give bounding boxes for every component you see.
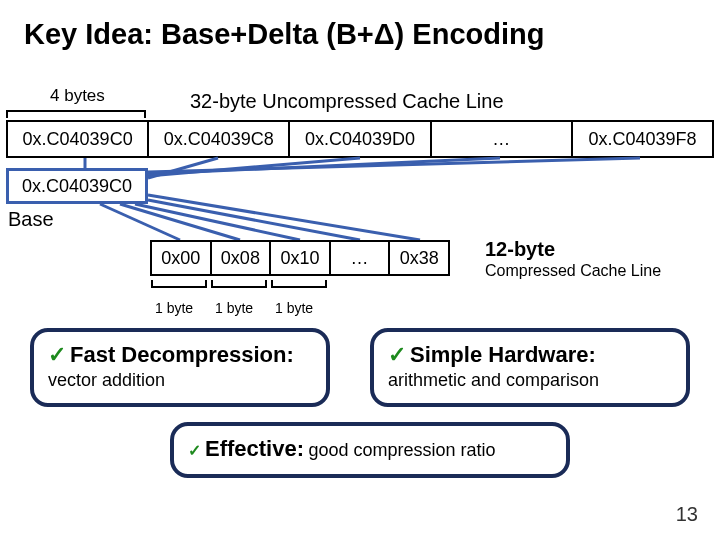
box-fast-decompression: ✓Fast Decompression: vector addition [30,328,330,407]
svg-line-9 [148,158,640,172]
label-1-byte: 1 byte [215,300,253,316]
bracket-1-byte [271,280,327,288]
uncompressed-cell: 0x.C04039C0 [8,122,149,156]
label-1-byte: 1 byte [275,300,313,316]
delta-row: 0x00 0x08 0x10 … 0x38 [150,240,450,276]
bracket-4-bytes [6,110,146,118]
label-uncompressed-line: 32-byte Uncompressed Cache Line [190,90,504,113]
delta-cell: 0x10 [271,242,331,274]
label-12-byte: 12-byte [485,238,555,261]
svg-line-8 [148,158,500,174]
svg-line-4 [148,195,420,240]
uncompressed-row: 0x.C04039C0 0x.C04039C8 0x.C04039D0 … 0x… [6,120,714,158]
box-effective: ✓Effective: good compression ratio [170,422,570,478]
bracket-1-byte [211,280,267,288]
label-1-byte: 1 byte [155,300,193,316]
delta-cell: … [331,242,391,274]
box-simple-hardware: ✓Simple Hardware: arithmetic and compari… [370,328,690,407]
uncompressed-cell: 0x.C04039D0 [290,122,431,156]
box-heading: Fast Decompression: [70,342,294,367]
check-icon: ✓ [388,342,406,367]
svg-line-3 [148,200,360,240]
uncompressed-cell: 0x.C04039C8 [149,122,290,156]
base-value-box: 0x.C04039C0 [6,168,148,204]
box-heading: Effective: [205,436,304,461]
base-label: Base [8,208,54,231]
svg-line-0 [100,204,180,240]
box-subtext: arithmetic and comparison [388,370,672,391]
delta-cell: 0x00 [152,242,212,274]
svg-line-2 [135,204,300,240]
page-number: 13 [676,503,698,526]
label-compressed-line: Compressed Cache Line [485,262,661,280]
box-subtext: vector addition [48,370,312,391]
svg-line-1 [120,204,240,240]
label-4-bytes: 4 bytes [50,86,105,106]
svg-line-6 [148,158,218,178]
box-subtext: good compression ratio [309,440,496,460]
uncompressed-cell: … [432,122,573,156]
check-icon: ✓ [188,442,201,459]
delta-cell: 0x38 [390,242,448,274]
delta-cell: 0x08 [212,242,272,274]
check-icon: ✓ [48,342,66,367]
uncompressed-cell: 0x.C04039F8 [573,122,712,156]
bracket-1-byte [151,280,207,288]
box-heading: Simple Hardware: [410,342,596,367]
svg-line-7 [148,158,360,176]
diagram-stage: 4 bytes 32-byte Uncompressed Cache Line … [0,0,720,540]
